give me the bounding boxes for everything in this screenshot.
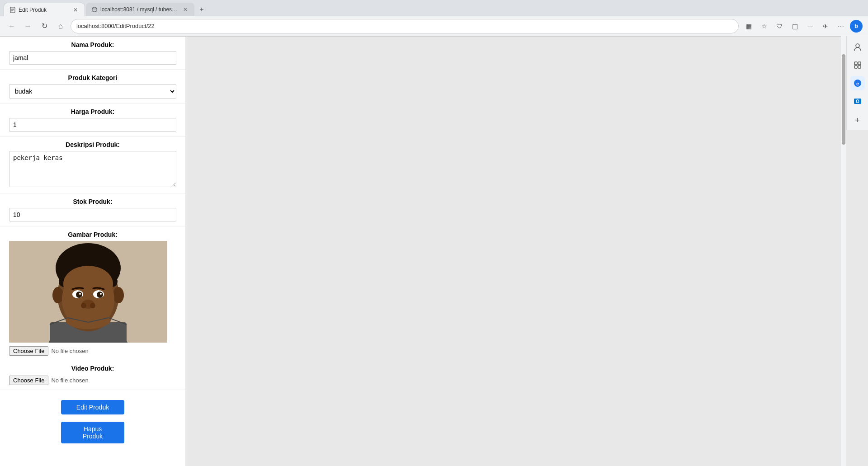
back-button[interactable]: ← <box>5 20 18 33</box>
tab-edit-produk[interactable]: Edit Produk ✕ <box>4 3 85 16</box>
hapus-produk-button[interactable]: Hapus Produk <box>61 422 124 443</box>
svg-point-26 <box>97 292 103 298</box>
address-bar[interactable] <box>71 19 739 33</box>
tab-mysql[interactable]: localhost:8081 / mysql / tubes-d... ✕ <box>86 3 194 16</box>
document-icon <box>9 7 16 13</box>
svg-point-22 <box>63 266 113 302</box>
extensions-button[interactable]: ✈ <box>819 20 832 33</box>
nama-produk-input[interactable] <box>9 51 176 65</box>
edge-sidebar: e O + <box>846 36 868 130</box>
more-button[interactable]: ⋯ <box>835 20 847 33</box>
svg-point-31 <box>90 303 95 308</box>
collections-button[interactable]: ⸻ <box>804 20 816 33</box>
tab-close-mysql[interactable]: ✕ <box>182 6 189 13</box>
database-icon <box>91 6 98 13</box>
browser-chrome: Edit Produk ✕ localhost:8081 / mysql / t… <box>0 0 868 37</box>
edit-produk-button[interactable]: Edit Produk <box>61 400 124 414</box>
svg-point-4 <box>92 7 97 9</box>
nama-produk-section: Nama Produk: <box>0 37 185 70</box>
produk-kategori-select[interactable]: budak kategori1 kategori2 <box>9 84 176 99</box>
form-container: Nama Produk: Produk Kategori budak kateg… <box>0 37 185 466</box>
svg-rect-36 <box>854 66 857 68</box>
svg-text:O: O <box>856 99 859 104</box>
svg-text:e: e <box>856 81 859 86</box>
video-produk-section: Video Produk: Choose File No file chosen <box>0 360 185 390</box>
edge-profile-button[interactable]: b <box>850 20 863 33</box>
svg-point-19 <box>52 287 63 303</box>
sidebar-person-icon[interactable] <box>850 40 865 54</box>
browser-essentials-button[interactable]: 🛡 <box>773 20 786 33</box>
tab-mysql-label: localhost:8081 / mysql / tubes-d... <box>100 6 179 13</box>
favorites-button[interactable]: ☆ <box>758 20 770 33</box>
sidebar-outlook-icon[interactable]: O <box>850 94 865 108</box>
video-produk-label: Video Produk: <box>9 365 176 372</box>
sidebar-puzzle-icon[interactable] <box>850 58 865 72</box>
video-no-file-text: No file chosen <box>51 377 88 384</box>
sidebar-add-icon[interactable]: + <box>851 114 864 127</box>
home-button[interactable]: ⌂ <box>54 20 67 33</box>
svg-point-32 <box>66 311 111 329</box>
video-choose-file-button[interactable]: Choose File <box>9 376 48 385</box>
tab-edit-produk-label: Edit Produk <box>19 7 69 13</box>
product-image-container <box>9 241 167 343</box>
product-image <box>9 241 167 343</box>
stok-produk-section: Stok Produk: <box>0 193 185 226</box>
tab-close-edit-produk[interactable]: ✕ <box>72 6 79 14</box>
toolbar-right: ▦ ☆ 🛡 ◫ ⸻ ✈ ⋯ b <box>742 20 863 33</box>
scrollbar-thumb[interactable] <box>842 54 845 145</box>
split-screen-button[interactable]: ◫ <box>788 20 801 33</box>
page-content: Nama Produk: Produk Kategori budak kateg… <box>0 37 185 466</box>
sidebar-edge-icon[interactable]: e <box>850 76 865 90</box>
harga-produk-section: Harga Produk: <box>0 104 185 137</box>
svg-rect-37 <box>858 66 861 68</box>
gambar-no-file-text: No file chosen <box>51 348 88 354</box>
svg-point-33 <box>856 44 859 47</box>
address-input[interactable] <box>76 23 733 29</box>
tab-bar: Edit Produk ✕ localhost:8081 / mysql / t… <box>0 0 868 16</box>
stok-produk-input[interactable] <box>9 208 176 221</box>
stok-produk-label: Stok Produk: <box>9 198 176 205</box>
svg-point-20 <box>113 287 124 303</box>
refresh-button[interactable]: ↻ <box>38 20 51 33</box>
scrollbar-track[interactable] <box>841 36 846 466</box>
gambar-file-input-row: Choose File No file chosen <box>9 346 176 356</box>
gambar-choose-file-button[interactable]: Choose File <box>9 346 48 356</box>
svg-rect-35 <box>858 62 861 65</box>
gambar-produk-section: Gambar Produk: <box>0 226 185 360</box>
produk-kategori-section: Produk Kategori budak kategori1 kategori… <box>0 70 185 104</box>
form-buttons-section: Edit Produk Hapus Produk <box>0 390 185 461</box>
deskripsi-produk-textarea[interactable] <box>9 151 176 187</box>
video-file-input-row: Choose File No file chosen <box>9 376 176 385</box>
produk-kategori-label: Produk Kategori <box>9 74 176 81</box>
deskripsi-produk-section: Deskripsi Produk: <box>0 137 185 193</box>
svg-point-30 <box>81 303 86 308</box>
forward-button[interactable]: → <box>22 20 34 33</box>
nama-produk-label: Nama Produk: <box>9 41 176 48</box>
harga-produk-label: Harga Produk: <box>9 108 176 115</box>
svg-point-25 <box>76 292 82 298</box>
main-area: Nama Produk: Produk Kategori budak kateg… <box>0 37 868 466</box>
new-tab-button[interactable]: + <box>195 3 208 16</box>
svg-rect-34 <box>854 62 857 65</box>
harga-produk-input[interactable] <box>9 118 176 132</box>
toolbar: ← → ↻ ⌂ ▦ ☆ 🛡 ◫ ⸻ ✈ ⋯ b <box>0 16 868 36</box>
read-aloud-button[interactable]: ▦ <box>742 20 755 33</box>
svg-point-28 <box>100 293 102 295</box>
deskripsi-produk-label: Deskripsi Produk: <box>9 141 176 148</box>
svg-point-27 <box>79 293 81 295</box>
gambar-produk-label: Gambar Produk: <box>9 231 176 238</box>
